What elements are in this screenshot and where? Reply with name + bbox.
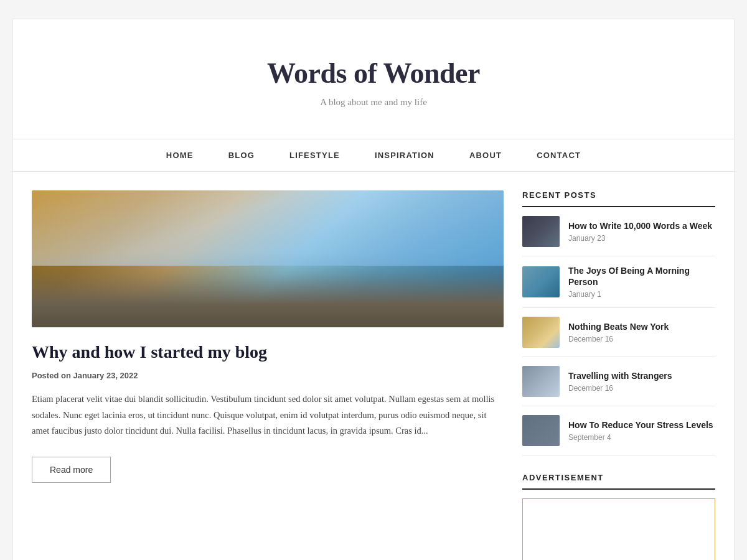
recent-post-title-3: Travelling with Strangers <box>568 370 715 381</box>
recent-post-title-0: How to Write 10,000 Words a Week <box>568 220 715 231</box>
site-header: Words of Wonder A blog about me and my l… <box>13 19 734 139</box>
post-excerpt: Etiam placerat velit vitae dui blandit s… <box>32 391 504 439</box>
recent-post-info-3: Travelling with Strangers December 16 <box>568 370 715 393</box>
ad-box <box>522 498 715 560</box>
recent-post-date-2: December 16 <box>568 335 715 343</box>
recent-post-date-0: January 23 <box>568 234 715 243</box>
sidebar: RECENT POSTS How to Write 10,000 Words a… <box>522 190 715 560</box>
recent-post-thumbnail-1 <box>522 266 560 297</box>
nav-link-inspiration[interactable]: INSPIRATION <box>357 139 452 171</box>
site-nav: HOME BLOG LIFESTYLE INSPIRATION ABOUT CO… <box>13 139 734 172</box>
recent-post-info-0: How to Write 10,000 Words a Week January… <box>568 220 715 243</box>
recent-post-thumbnail-0 <box>522 216 560 247</box>
nav-item-inspiration[interactable]: INSPIRATION <box>357 139 452 171</box>
recent-post-title-1: The Joys Of Being A Morning Person <box>568 265 715 287</box>
recent-post-info-4: How To Reduce Your Stress Levels Septemb… <box>568 419 715 442</box>
nav-list: HOME BLOG LIFESTYLE INSPIRATION ABOUT CO… <box>13 139 734 171</box>
recent-post-title-4: How To Reduce Your Stress Levels <box>568 419 715 431</box>
recent-post-item[interactable]: How to Write 10,000 Words a Week January… <box>522 207 715 256</box>
nav-item-about[interactable]: ABOUT <box>452 139 519 171</box>
nav-link-contact[interactable]: CONTACT <box>519 139 598 171</box>
recent-post-item[interactable]: The Joys Of Being A Morning Person Janua… <box>522 256 715 308</box>
post-title: Why and how I started my blog <box>32 341 504 363</box>
recent-posts-list: How to Write 10,000 Words a Week January… <box>522 207 715 455</box>
nav-link-blog[interactable]: BLOG <box>211 139 272 171</box>
recent-post-thumbnail-3 <box>522 366 560 397</box>
recent-post-date-3: December 16 <box>568 384 715 393</box>
nav-link-lifestyle[interactable]: LIFESTYLE <box>272 139 357 171</box>
recent-post-title-2: Nothing Beats New York <box>568 321 715 332</box>
recent-posts-title: RECENT POSTS <box>522 190 715 207</box>
nav-item-home[interactable]: HOME <box>149 139 211 171</box>
recent-post-thumbnail-4 <box>522 415 560 446</box>
page-wrapper: Words of Wonder A blog about me and my l… <box>12 19 735 560</box>
nav-item-blog[interactable]: BLOG <box>211 139 272 171</box>
nav-link-home[interactable]: HOME <box>149 139 211 171</box>
recent-post-item[interactable]: Nothing Beats New York December 16 <box>522 308 715 357</box>
recent-post-info-2: Nothing Beats New York December 16 <box>568 321 715 343</box>
main-content: Why and how I started my blog Posted on … <box>13 172 734 560</box>
recent-post-item[interactable]: Travelling with Strangers December 16 <box>522 357 715 406</box>
featured-image <box>32 190 504 327</box>
read-more-button[interactable]: Read more <box>32 457 111 483</box>
post-meta: Posted on January 23, 2022 <box>32 371 504 380</box>
advertisement-title: ADVERTISEMENT <box>522 473 715 490</box>
recent-post-thumbnail-2 <box>522 317 560 348</box>
recent-post-date-4: September 4 <box>568 433 715 442</box>
site-title: Words of Wonder <box>26 57 721 90</box>
recent-post-info-1: The Joys Of Being A Morning Person Janua… <box>568 265 715 299</box>
recent-post-date-1: January 1 <box>568 290 715 299</box>
site-tagline: A blog about me and my life <box>26 97 721 108</box>
recent-post-item[interactable]: How To Reduce Your Stress Levels Septemb… <box>522 406 715 455</box>
nav-link-about[interactable]: ABOUT <box>452 139 519 171</box>
nav-item-lifestyle[interactable]: LIFESTYLE <box>272 139 357 171</box>
nav-item-contact[interactable]: CONTACT <box>519 139 598 171</box>
advertisement-section: ADVERTISEMENT <box>522 473 715 560</box>
primary-column: Why and how I started my blog Posted on … <box>32 190 504 483</box>
